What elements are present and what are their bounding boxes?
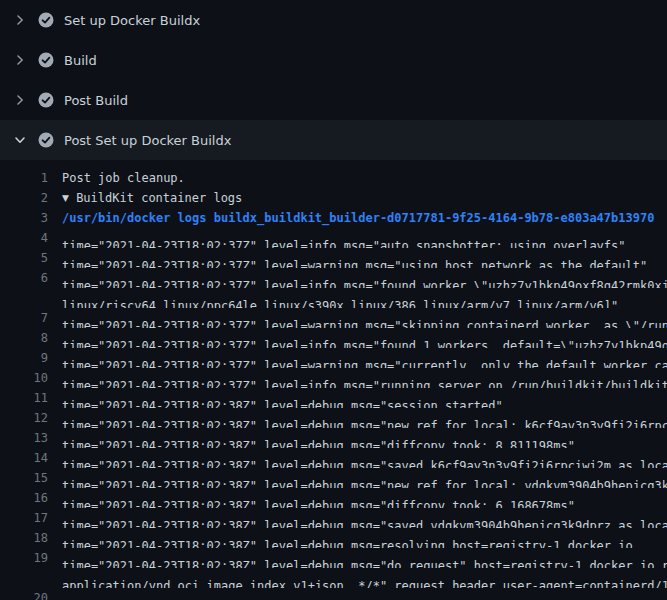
- log-line-text: application/vnd.oci.image.index.v1+json,…: [48, 568, 667, 588]
- log-line-number[interactable]: [0, 568, 48, 588]
- chevron-icon[interactable]: [12, 92, 28, 108]
- log-line-text: time="2021-04-23T18:02:38Z" level=debug …: [48, 528, 667, 548]
- log-line-text: time="2021-04-23T18:02:38Z" level=debug …: [48, 428, 667, 448]
- check-circle-icon: [38, 92, 54, 108]
- log-line-number[interactable]: 1: [0, 168, 48, 188]
- step-header[interactable]: Build: [0, 40, 667, 80]
- log-line-text: /usr/bin/docker logs buildx_buildkit_bui…: [48, 208, 667, 228]
- chevron-icon[interactable]: [12, 52, 28, 68]
- log-line-text: time="2021-04-23T18:02:38Z" level=debug …: [48, 588, 667, 600]
- log-line-number[interactable]: 9: [0, 348, 48, 368]
- log-line-number[interactable]: 7: [0, 308, 48, 328]
- log-line-number[interactable]: 20: [0, 588, 48, 600]
- log-line-text: time="2021-04-23T18:02:38Z" level=debug …: [48, 548, 667, 568]
- log-line-text: ▼ BuildKit container logs: [48, 188, 667, 208]
- log-line: 3 /usr/bin/docker logs buildx_buildkit_b…: [0, 208, 667, 228]
- step-header[interactable]: Post Set up Docker Buildx: [0, 120, 667, 160]
- step-label: Build: [64, 53, 97, 68]
- step-label: Post Set up Docker Buildx: [64, 133, 231, 148]
- check-circle-icon: [38, 52, 54, 68]
- log-line-number[interactable]: [0, 288, 48, 308]
- log-line: application/vnd.oci.image.index.v1+json,…: [0, 568, 667, 588]
- log-line: 2 ▼ BuildKit container logs: [0, 188, 667, 208]
- log-line: 10 time="2021-04-23T18:02:37Z" level=inf…: [0, 368, 667, 388]
- log-line-number[interactable]: 5: [0, 248, 48, 268]
- log-line-text: time="2021-04-23T18:02:38Z" level=debug …: [48, 408, 667, 428]
- log-line: 11 time="2021-04-23T18:02:38Z" level=deb…: [0, 388, 667, 408]
- check-circle-icon: [38, 12, 54, 28]
- log-line: 20 time="2021-04-23T18:02:38Z" level=deb…: [0, 588, 667, 600]
- log-line-text: time="2021-04-23T18:02:37Z" level=info m…: [48, 328, 667, 348]
- log-line-text: time="2021-04-23T18:02:37Z" level=info m…: [48, 228, 667, 248]
- log-line-text: time="2021-04-23T18:02:38Z" level=debug …: [48, 388, 667, 408]
- log-line: 12 time="2021-04-23T18:02:38Z" level=deb…: [0, 408, 667, 428]
- log-line-text: time="2021-04-23T18:02:38Z" level=debug …: [48, 488, 667, 508]
- log-lines: 1 Post job cleanup. 2 ▼ BuildKit contain…: [0, 160, 667, 600]
- step-label: Set up Docker Buildx: [64, 13, 200, 28]
- log-line: 16 time="2021-04-23T18:02:38Z" level=deb…: [0, 488, 667, 508]
- log-line: 8 time="2021-04-23T18:02:37Z" level=info…: [0, 328, 667, 348]
- log-line-text: time="2021-04-23T18:02:37Z" level=info m…: [48, 268, 667, 288]
- actions-log-viewer: Set up Docker Buildx Build: [0, 0, 667, 600]
- log-line-text: time="2021-04-23T18:02:38Z" level=debug …: [48, 508, 667, 528]
- log-line-text: time="2021-04-23T18:02:37Z" level=warnin…: [48, 308, 667, 328]
- log-line: 9 time="2021-04-23T18:02:37Z" level=warn…: [0, 348, 667, 368]
- log-line-number[interactable]: 16: [0, 488, 48, 508]
- log-line: linux/riscv64 linux/ppc64le linux/s390x …: [0, 288, 667, 308]
- log-line-text: time="2021-04-23T18:02:38Z" level=debug …: [48, 468, 667, 488]
- log-line: 18 time="2021-04-23T18:02:38Z" level=deb…: [0, 528, 667, 548]
- log-line: 7 time="2021-04-23T18:02:37Z" level=warn…: [0, 308, 667, 328]
- log-group-toggle-icon[interactable]: ▼: [62, 188, 69, 208]
- log-line: 14 time="2021-04-23T18:02:38Z" level=deb…: [0, 448, 667, 468]
- step-header[interactable]: Set up Docker Buildx: [0, 0, 667, 40]
- log-line: 4 time="2021-04-23T18:02:37Z" level=info…: [0, 228, 667, 248]
- log-line-number[interactable]: 19: [0, 548, 48, 568]
- log-line: 6 time="2021-04-23T18:02:37Z" level=info…: [0, 268, 667, 288]
- log-line-number[interactable]: 10: [0, 368, 48, 388]
- log-line-number[interactable]: 13: [0, 428, 48, 448]
- log-line: 19 time="2021-04-23T18:02:38Z" level=deb…: [0, 548, 667, 568]
- log-line-number[interactable]: 17: [0, 508, 48, 528]
- log-line-number[interactable]: 6: [0, 268, 48, 288]
- log-line-text: time="2021-04-23T18:02:37Z" level=warnin…: [48, 348, 667, 368]
- log-line-number[interactable]: 12: [0, 408, 48, 428]
- chevron-icon[interactable]: [12, 132, 28, 148]
- chevron-icon[interactable]: [12, 12, 28, 28]
- check-circle-icon: [38, 132, 54, 148]
- log-line-number[interactable]: 4: [0, 228, 48, 248]
- log-line-number[interactable]: 18: [0, 528, 48, 548]
- log-line-number[interactable]: 14: [0, 448, 48, 468]
- log-line-text: time="2021-04-23T18:02:37Z" level=warnin…: [48, 248, 667, 268]
- log-line-number[interactable]: 11: [0, 388, 48, 408]
- log-line-number[interactable]: 3: [0, 208, 48, 228]
- log-line-number[interactable]: 8: [0, 328, 48, 348]
- log-line: 17 time="2021-04-23T18:02:38Z" level=deb…: [0, 508, 667, 528]
- step-header[interactable]: Post Build: [0, 80, 667, 120]
- log-line-text: time="2021-04-23T18:02:38Z" level=debug …: [48, 448, 667, 468]
- log-line: 1 Post job cleanup.: [0, 168, 667, 188]
- steps-list: Set up Docker Buildx Build: [0, 0, 667, 160]
- log-line-text: time="2021-04-23T18:02:37Z" level=info m…: [48, 368, 667, 388]
- log-line: 5 time="2021-04-23T18:02:37Z" level=warn…: [0, 248, 667, 268]
- log-line-text: linux/riscv64 linux/ppc64le linux/s390x …: [48, 288, 667, 308]
- log-line-number[interactable]: 2: [0, 188, 48, 208]
- log-line-text: Post job cleanup.: [48, 168, 667, 188]
- step-label: Post Build: [64, 93, 128, 108]
- log-line-number[interactable]: 15: [0, 468, 48, 488]
- log-line: 13 time="2021-04-23T18:02:38Z" level=deb…: [0, 428, 667, 448]
- log-line: 15 time="2021-04-23T18:02:38Z" level=deb…: [0, 468, 667, 488]
